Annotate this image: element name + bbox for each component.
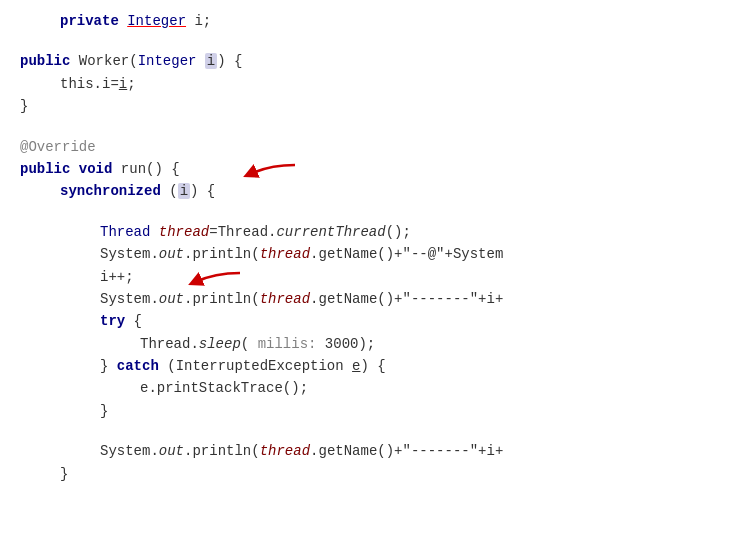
code-line: } <box>0 463 746 485</box>
code-content: private Integer i; public Worker(Integer… <box>0 10 746 485</box>
code-line-empty <box>0 203 746 221</box>
code-line-empty <box>0 422 746 440</box>
code-line: System.out.println(thread.getName()+"--@… <box>0 243 746 265</box>
code-token: private Integer i; <box>60 10 211 32</box>
code-line: Thread.sleep( millis: 3000); <box>0 333 746 355</box>
arrow-icon <box>230 160 300 182</box>
code-line: e.printStackTrace(); <box>0 377 746 399</box>
code-line: synchronized (i) { <box>0 180 746 202</box>
code-line: private Integer i; <box>0 10 746 32</box>
code-line: } <box>0 95 746 117</box>
code-line: System.out.println(thread.getName()+"---… <box>0 440 746 462</box>
code-line-empty <box>0 32 746 50</box>
code-line: Thread thread=Thread.currentThread(); <box>0 221 746 243</box>
code-line: @Override <box>0 136 746 158</box>
code-line: public Worker(Integer i) { <box>0 50 746 72</box>
code-line: try { <box>0 310 746 332</box>
arrow-icon <box>175 268 245 290</box>
code-line-iplus: i++; <box>0 266 746 288</box>
code-line: } catch (InterruptedException e) { <box>0 355 746 377</box>
code-line: } <box>0 400 746 422</box>
code-line: this.i=i; <box>0 73 746 95</box>
code-line-empty <box>0 118 746 136</box>
code-editor: private Integer i; public Worker(Integer… <box>0 0 746 546</box>
code-line-run: public void run() { <box>0 158 746 180</box>
code-line: System.out.println(thread.getName()+"---… <box>0 288 746 310</box>
